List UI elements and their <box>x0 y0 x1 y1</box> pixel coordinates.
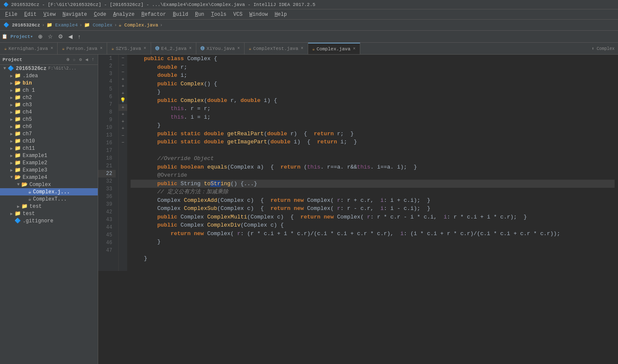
toolbar-btn-3[interactable]: ⚙ <box>56 32 65 41</box>
breadcrumb-root[interactable]: 20165326cz <box>12 23 40 28</box>
code-line-22: public String toString() {...} <box>131 180 615 188</box>
ch4-label: ch4 <box>23 109 32 115</box>
tab-icon-kernighan: ☕ <box>4 46 7 51</box>
tree-ch6[interactable]: ▶ 📁 ch6 <box>0 123 98 130</box>
gutter-21[interactable]: 💡 <box>119 97 127 104</box>
ln-13: 13 <box>98 131 116 139</box>
tab-complex[interactable]: ☕ Complex.java × <box>308 43 360 54</box>
complextest-java-label: ComplexT... <box>33 196 67 202</box>
sidebar-btn-3[interactable]: ⚙ <box>79 57 82 62</box>
menu-tools[interactable]: Tools <box>208 11 230 18</box>
complex-java-icon: ☕ <box>28 189 31 195</box>
tree-ch5[interactable]: ▶ 📁 ch5 <box>0 116 98 123</box>
toolbar: 📋 Project▾ ⊕ ☆ ⚙ ◀ ↑ <box>0 31 618 43</box>
sidebar-btn-1[interactable]: ⊕ <box>67 57 70 62</box>
menu-vcs[interactable]: VCS <box>230 11 246 18</box>
tabs-bar: ☕ Kernighan.java × ☕ Person.java × ☕ SZY… <box>0 43 618 55</box>
example4-label: Example4 <box>23 175 47 181</box>
tree-ch10[interactable]: ▶ 📁 ch10 <box>0 137 98 145</box>
ch5-arrow: ▶ <box>9 117 15 122</box>
sidebar-btn-2[interactable]: ☆ <box>73 57 76 62</box>
tab-e4-2[interactable]: 🅒 E4_2.java × <box>151 43 196 54</box>
menu-help[interactable]: Help <box>271 11 290 18</box>
gutter-9[interactable]: − <box>119 69 127 76</box>
ch6-icon: 📁 <box>15 123 21 130</box>
gutter-10[interactable]: + <box>119 76 127 83</box>
menu-view[interactable]: View <box>40 11 59 18</box>
gutter-4[interactable]: − <box>119 55 127 62</box>
test-inner-icon: 📁 <box>21 203 28 210</box>
tree-root[interactable]: ▼ 🔷 20165326cz F:\Git\2... <box>0 65 98 72</box>
tab-xiyou[interactable]: 🅒 XiYou.java × <box>196 43 245 54</box>
sidebar-btn-4[interactable]: ◀ <box>85 57 88 62</box>
tab-szys[interactable]: ☕ SZYS.java × <box>107 43 151 54</box>
ch5-label: ch5 <box>23 116 32 122</box>
gutter-42[interactable]: − <box>119 132 127 140</box>
tab-label-kernighan: Kernighan.java <box>9 46 48 51</box>
gutter-39[interactable]: + <box>119 125 127 132</box>
tree-example3[interactable]: ▶ 📁 Example3 <box>0 166 98 174</box>
tree-test-root[interactable]: ▶ 📁 test <box>0 210 98 217</box>
example3-icon: 📁 <box>15 167 21 173</box>
gutter-22[interactable]: + <box>119 104 127 111</box>
breadcrumb-complex-java[interactable]: ☕ Complex.java <box>119 22 158 28</box>
code-line-2: double r; <box>131 63 615 72</box>
tab-person[interactable]: ☕ Person.java × <box>58 43 107 54</box>
toolbar-btn-2[interactable]: ☆ <box>46 32 55 41</box>
tree-ch7[interactable]: ▶ 📁 ch7 <box>0 130 98 137</box>
tree-idea[interactable]: ▶ 📁 .idea <box>0 72 98 79</box>
gutter-36[interactable]: + <box>119 118 127 125</box>
menu-analyze[interactable]: Analyze <box>110 11 138 18</box>
tab-close-person[interactable]: × <box>100 46 102 51</box>
gutter-18[interactable]: + <box>119 90 127 97</box>
sidebar-btn-5[interactable]: ↑ <box>91 57 94 62</box>
tree-complextest-java[interactable]: ▶ ☕ ComplexT... <box>0 195 98 203</box>
toolbar-btn-5[interactable]: ↑ <box>76 32 82 41</box>
tree-example4[interactable]: ▼ 📂 Example4 <box>0 174 98 181</box>
menu-run[interactable]: Run <box>192 11 208 18</box>
title-text: 20165326cz - [F:\Git\20165326cz] - [2016… <box>11 2 315 7</box>
ch11-icon: 📁 <box>15 145 21 151</box>
tab-close-szys[interactable]: × <box>144 46 146 51</box>
tab-close-kernighan[interactable]: × <box>50 46 53 51</box>
tree-complex-folder[interactable]: ▼ 📂 Complex <box>0 181 98 188</box>
tree-bin[interactable]: ▶ 📂 bin <box>0 79 98 87</box>
tree-ch2[interactable]: ▶ 📁 ch2 <box>0 94 98 101</box>
toolbar-btn-4[interactable]: ◀ <box>67 32 74 41</box>
breadcrumb-complex-folder[interactable]: 📁 Complex <box>84 22 113 28</box>
ch1-arrow: ▶ <box>9 88 15 93</box>
tab-close-e4-2[interactable]: × <box>189 46 192 51</box>
tree-ch3[interactable]: ▶ 📁 ch3 <box>0 101 98 108</box>
menu-navigate[interactable]: Navigate <box>59 11 90 18</box>
tab-kernighan[interactable]: ☕ Kernighan.java × <box>0 43 58 54</box>
gutter-6[interactable]: − <box>119 62 127 69</box>
tree-ch11[interactable]: ▶ 📁 ch11 <box>0 145 98 152</box>
toolbar-btn-1[interactable]: ⊕ <box>36 32 44 41</box>
tree-test-inner[interactable]: ▶ 📁 test <box>0 203 98 210</box>
ch11-arrow: ▶ <box>9 146 15 151</box>
menu-window[interactable]: Window <box>246 11 271 18</box>
tree-gitignore[interactable]: ▶ 🔷 .gitignore <box>0 217 98 224</box>
menu-build[interactable]: Build <box>169 11 192 18</box>
menu-edit[interactable]: Edit <box>21 11 40 18</box>
tab-complextest[interactable]: ☕ ComplexTest.java × <box>245 43 308 54</box>
editor[interactable]: 1 2 3 4 5 6 7 8 9 10 13 16 17 18 21 22 3… <box>98 55 618 364</box>
tree-ch1[interactable]: ▶ 📁 ch 1 <box>0 87 98 94</box>
tree-complex-java[interactable]: ▶ ☕ Complex.j... <box>0 188 98 195</box>
tree-example2[interactable]: ▶ 📁 Example2 <box>0 159 98 166</box>
tab-close-complextest[interactable]: × <box>301 46 303 51</box>
tab-close-complex[interactable]: × <box>353 47 356 51</box>
gutter-33[interactable]: + <box>119 111 127 118</box>
gutter-44[interactable]: − <box>119 139 127 146</box>
menu-file[interactable]: File <box>2 11 21 18</box>
breadcrumb-example4[interactable]: 📁 Example4 <box>47 22 78 28</box>
gutter-13[interactable]: + <box>119 83 127 90</box>
menu-code[interactable]: Code <box>90 11 110 18</box>
code-lines[interactable]: public class Complex { double r; double … <box>127 55 618 271</box>
ln-32: 32 <box>98 178 116 185</box>
tab-close-xiyou[interactable]: × <box>237 46 240 51</box>
tree-ch4[interactable]: ▶ 📁 ch4 <box>0 108 98 116</box>
menu-refactor[interactable]: Refactor <box>138 11 169 18</box>
tree-example1[interactable]: ▶ 📁 Example1 <box>0 152 98 159</box>
ch1-label: ch 1 <box>23 87 35 93</box>
